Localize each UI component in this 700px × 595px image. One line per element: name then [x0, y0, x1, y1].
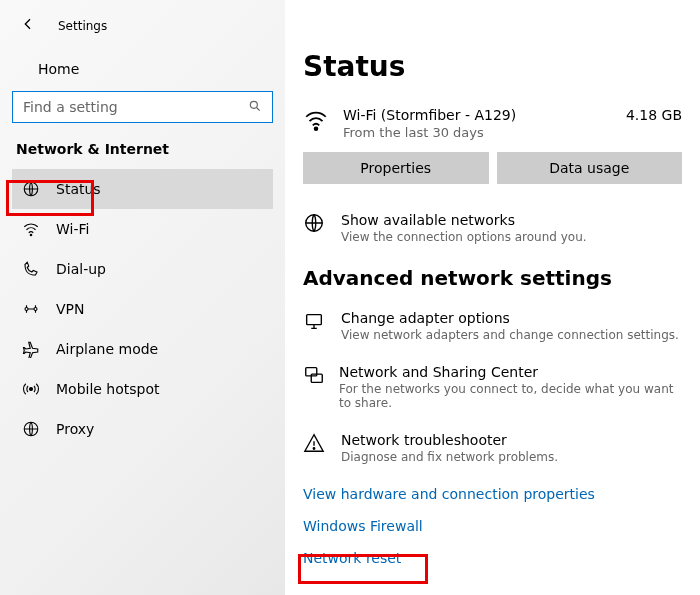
home-label: Home: [38, 61, 79, 77]
vpn-icon: [22, 300, 40, 318]
status-icon: [22, 180, 40, 198]
hotspot-icon: [22, 380, 40, 398]
data-usage-button[interactable]: Data usage: [497, 152, 683, 184]
item-title: Network and Sharing Center: [339, 364, 682, 380]
svg-point-7: [315, 127, 318, 130]
sidebar: Settings Home Network & Internet Status …: [0, 0, 285, 595]
svg-point-0: [250, 101, 257, 108]
sidebar-item-vpn[interactable]: VPN: [12, 289, 273, 329]
advanced-title: Advanced network settings: [303, 266, 682, 290]
sidebar-item-dialup[interactable]: Dial-up: [12, 249, 273, 289]
item-desc: View the connection options around you.: [341, 230, 587, 244]
link-view-hardware[interactable]: View hardware and connection properties: [303, 486, 682, 502]
back-button[interactable]: [20, 16, 36, 35]
app-title: Settings: [58, 19, 107, 33]
connection-subtitle: From the last 30 days: [343, 125, 612, 140]
dialup-icon: [22, 260, 40, 278]
data-usage-amount: 4.18 GB: [626, 107, 682, 123]
svg-rect-9: [307, 315, 322, 325]
sidebar-item-wifi[interactable]: Wi-Fi: [12, 209, 273, 249]
search-box[interactable]: [12, 91, 273, 123]
search-input[interactable]: [23, 99, 248, 115]
titlebar: Settings: [12, 16, 273, 53]
sidebar-item-airplane[interactable]: Airplane mode: [12, 329, 273, 369]
svg-point-4: [34, 308, 37, 311]
sharing-icon: [303, 364, 325, 389]
item-desc: For the networks you connect to, decide …: [339, 382, 682, 410]
home-button[interactable]: Home: [12, 53, 273, 91]
show-available-networks[interactable]: Show available networks View the connect…: [303, 212, 682, 244]
svg-point-5: [30, 388, 33, 391]
sidebar-item-status[interactable]: Status: [12, 169, 273, 209]
svg-point-2: [30, 234, 32, 236]
network-troubleshooter[interactable]: Network troubleshooter Diagnose and fix …: [303, 432, 682, 464]
sidebar-item-label: Mobile hotspot: [56, 381, 160, 397]
properties-button[interactable]: Properties: [303, 152, 489, 184]
item-desc: Diagnose and fix network problems.: [341, 450, 558, 464]
sidebar-item-hotspot[interactable]: Mobile hotspot: [12, 369, 273, 409]
sidebar-item-label: Wi-Fi: [56, 221, 89, 237]
svg-point-3: [25, 308, 28, 311]
item-desc: View network adapters and change connect…: [341, 328, 679, 342]
item-title: Show available networks: [341, 212, 587, 228]
link-network-reset[interactable]: Network reset: [303, 550, 682, 566]
category-title: Network & Internet: [12, 141, 273, 169]
connection-name: Wi-Fi (Stormfiber - A129): [343, 107, 612, 123]
sidebar-item-label: Proxy: [56, 421, 94, 437]
proxy-icon: [22, 420, 40, 438]
change-adapter-options[interactable]: Change adapter options View network adap…: [303, 310, 682, 342]
connection-summary: Wi-Fi (Stormfiber - A129) From the last …: [303, 107, 682, 140]
link-windows-firewall[interactable]: Windows Firewall: [303, 518, 682, 534]
airplane-icon: [22, 340, 40, 358]
globe-icon: [303, 212, 327, 237]
troubleshoot-icon: [303, 432, 327, 457]
adapter-icon: [303, 310, 327, 335]
wifi-icon: [303, 107, 329, 136]
search-icon: [248, 99, 262, 116]
content-pane: Status Wi-Fi (Stormfiber - A129) From th…: [285, 0, 700, 595]
page-title: Status: [303, 50, 682, 83]
item-title: Change adapter options: [341, 310, 679, 326]
network-sharing-center[interactable]: Network and Sharing Center For the netwo…: [303, 364, 682, 410]
sidebar-item-label: VPN: [56, 301, 85, 317]
item-title: Network troubleshooter: [341, 432, 558, 448]
sidebar-item-label: Dial-up: [56, 261, 106, 277]
svg-point-12: [313, 448, 314, 449]
sidebar-item-label: Status: [56, 181, 101, 197]
sidebar-item-label: Airplane mode: [56, 341, 158, 357]
wifi-icon: [22, 220, 40, 238]
sidebar-item-proxy[interactable]: Proxy: [12, 409, 273, 449]
